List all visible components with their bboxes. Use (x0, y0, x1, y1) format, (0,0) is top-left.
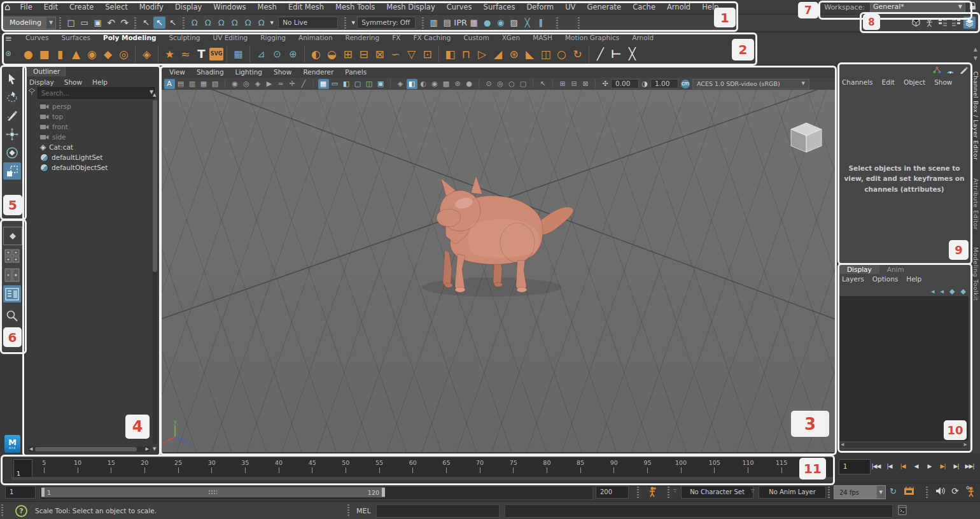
outliner-horizontal-scrollbar[interactable]: ◀ ▶ (29, 446, 150, 452)
new-scene-icon[interactable]: □ (65, 17, 77, 29)
outliner-tab[interactable]: Outliner (27, 66, 66, 76)
greasepencil-icon[interactable]: ╱ (298, 79, 309, 89)
boolean-union-icon[interactable]: ◐ (308, 46, 324, 62)
play-forwards-button[interactable]: ▶ (923, 458, 936, 474)
two-pane-layout-button[interactable] (3, 266, 21, 283)
rotate-tool-button[interactable] (3, 144, 21, 161)
lock-workspace-icon[interactable] (969, 2, 976, 12)
play-backwards-button[interactable]: ◀ (909, 458, 923, 474)
mirror-icon[interactable]: ◧ (442, 46, 458, 62)
pane-layout-icon[interactable]: ⊟ (569, 79, 580, 89)
scale-tool-button[interactable] (3, 162, 21, 180)
live-surface-field[interactable]: No Live Surface (278, 17, 338, 29)
quad-draw-icon[interactable]: ╳ (624, 46, 640, 62)
connect-tool-icon[interactable]: ⊢ (608, 46, 624, 62)
menu-item[interactable]: Modify (134, 1, 169, 13)
multi-cut-icon[interactable]: ╱ (592, 46, 608, 62)
bookmark-icon[interactable]: ▶ (264, 79, 275, 89)
playback-start-field[interactable]: 1 (5, 486, 36, 499)
shaded-icon[interactable]: ◧ (407, 79, 417, 89)
make-live-icon[interactable]: Ω (255, 17, 267, 29)
image-plane-icon[interactable]: ▦ (199, 79, 209, 89)
go-to-start-button[interactable]: |◀◀ (869, 458, 883, 474)
outliner-item-front[interactable]: front (40, 122, 68, 132)
mute-audio-icon[interactable] (935, 487, 946, 497)
pane-maximize-icon[interactable]: ⊠ (580, 79, 591, 89)
poke-icon[interactable]: ⊛ (506, 46, 522, 62)
viewport-menu-item[interactable]: Renderer (297, 68, 339, 77)
isolate-select-icon[interactable]: ↖ (538, 79, 549, 89)
sidebar-layers-icon[interactable] (963, 17, 976, 29)
gamma-icon[interactable]: ◑ (640, 79, 650, 89)
chevron-down-icon[interactable]: ▽ (751, 488, 754, 494)
select-tool-button[interactable] (3, 70, 21, 87)
motion-blur-icon[interactable]: ● (464, 79, 475, 89)
paint-selection-tool-button[interactable] (3, 107, 21, 124)
color-management-icon[interactable]: cm (681, 80, 690, 89)
outliner-vertical-scrollbar[interactable]: ▲ ▼ (153, 100, 157, 444)
snap-grid-icon[interactable]: Ω (188, 17, 200, 29)
sweep-mesh-icon[interactable]: ★ (162, 46, 178, 62)
menu-item[interactable]: Help (696, 1, 724, 13)
shelf-scroll-down-icon[interactable]: ▼ (974, 55, 977, 61)
open-render-view-icon[interactable]: ▥ (428, 17, 440, 29)
layer-editor-menu-item[interactable]: Options (872, 275, 899, 283)
snap-curve-icon[interactable]: Ω (202, 17, 214, 29)
shelf-tab[interactable]: Curves (19, 34, 55, 43)
chevron-down-icon[interactable]: ▼ (269, 17, 275, 29)
use-all-lights-icon[interactable]: ◉ (430, 79, 440, 89)
poly-disc-icon[interactable]: ◎ (116, 46, 132, 62)
grid-toggle-icon[interactable]: ▦ (318, 79, 329, 89)
outliner-item-defaultobjectset[interactable]: defaultObjectSet (40, 162, 108, 173)
menu-item[interactable]: Arnold (661, 1, 696, 13)
render-settings-icon[interactable]: ▦ (468, 17, 480, 29)
undo-icon[interactable]: ↶ (105, 17, 117, 29)
animation-end-field[interactable]: 200 (596, 486, 629, 499)
menu-item[interactable]: Mesh Tools (330, 1, 381, 13)
hypershade-icon[interactable]: ◉ (494, 17, 507, 29)
wedge-icon[interactable]: ◢ (490, 46, 506, 62)
silhouette-icon[interactable]: ◎ (495, 79, 506, 89)
character-controls-icon[interactable] (923, 17, 935, 29)
snap-point-icon[interactable]: Ω (215, 17, 227, 29)
outliner-item-side[interactable]: side (40, 132, 66, 142)
playblast-icon[interactable] (904, 486, 914, 497)
image-plane-icon[interactable]: ▥ (187, 79, 198, 89)
menu-item[interactable]: Deform (521, 1, 559, 13)
workspace-selector[interactable]: General* ▼ (870, 1, 965, 13)
step-forward-frame-button[interactable]: ▶| (949, 458, 963, 474)
current-time-field[interactable]: 1 (839, 459, 871, 474)
menu-set-selector[interactable]: Modeling ▼ (4, 17, 56, 29)
shelf-scroll-up-icon[interactable]: ▲ (974, 46, 977, 52)
modeling-toolkit-panel-icon[interactable] (910, 17, 922, 29)
save-scene-icon[interactable]: ▣ (92, 17, 104, 29)
center-pivot-icon[interactable]: ⊙ (269, 46, 285, 62)
step-back-key-button[interactable]: |◀ (896, 458, 909, 474)
screen-space-ao-icon[interactable]: ⊛ (452, 79, 463, 89)
menu-item[interactable]: File (15, 1, 38, 13)
cut-uv-icon[interactable]: ╳ (521, 17, 533, 29)
attribute-editor-panel-icon[interactable] (950, 17, 962, 29)
xray-joints-icon[interactable]: ▢ (518, 79, 529, 89)
mel-command-input[interactable] (376, 504, 500, 518)
layer-move-up-icon[interactable]: ◂ (931, 287, 935, 295)
menu-item[interactable]: Generate (581, 1, 627, 13)
layer-editor-horizontal-scrollbar[interactable]: ◀ ▶ (839, 443, 969, 448)
select-component-icon[interactable]: ↖ (167, 17, 179, 29)
pane-layout-icon[interactable]: ⊞ (557, 79, 568, 89)
channel-box-menu-item[interactable]: Channels (842, 78, 873, 86)
outliner-menu-item[interactable]: Show (63, 77, 87, 87)
range-start-handle[interactable] (41, 488, 45, 497)
append-polygon-icon[interactable]: ▷ (474, 46, 490, 62)
shelf-tab[interactable]: Custom (457, 34, 495, 43)
poly-plane-icon[interactable]: ◆ (100, 46, 116, 62)
outliner-item-cat[interactable]: ◈ Cat:cat (40, 142, 73, 152)
shelf-tab[interactable]: Motion Graphics (559, 34, 626, 43)
outliner-item-defaultlightset[interactable]: defaultLightSet (40, 152, 102, 162)
colorspace-selector[interactable]: ACES 1.0 SDR-video (sRGB) ▼ (692, 79, 809, 89)
separate-icon[interactable]: ⊟ (356, 46, 372, 62)
antialiasing-icon[interactable]: A (164, 79, 175, 89)
duplicate-face-icon[interactable]: ◫ (538, 46, 554, 62)
poly-torus-icon[interactable]: ◉ (84, 46, 100, 62)
set-key-character-icon[interactable] (648, 486, 657, 499)
